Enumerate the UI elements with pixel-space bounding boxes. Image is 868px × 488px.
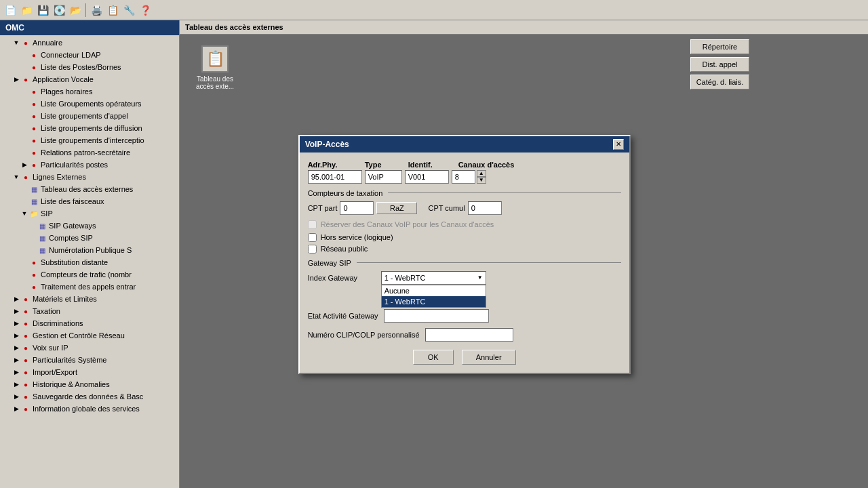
sidebar-item-voix-ip[interactable]: ▶ ● Voix sur IP: [1, 342, 178, 354]
dropdown-option-webrtc[interactable]: 1 - WebRTC: [382, 296, 486, 307]
sidebar-item-groupements-op[interactable]: ● Liste Groupements opérateurs: [1, 98, 178, 110]
sidebar-item-import-export[interactable]: ▶ ● Import/Export: [1, 366, 178, 378]
sidebar-item-tableau-acces[interactable]: ▦ Tableau des accès externes: [1, 183, 178, 195]
subst-icon: ●: [28, 257, 39, 268]
sidebar-item-liste-faisceaux[interactable]: ▦ Liste des faisceaux: [1, 195, 178, 207]
sidebar-item-materiels[interactable]: ▶ ● Matériels et Limites: [1, 293, 178, 305]
toolbar-new[interactable]: 📄: [3, 3, 18, 18]
field-canaux[interactable]: [452, 170, 475, 184]
canaux-down-button[interactable]: ▼: [477, 177, 486, 184]
sidebar-item-taxation[interactable]: ▶ ● Taxation: [1, 305, 178, 317]
hors-service-checkbox[interactable]: [308, 233, 317, 242]
compteurs-section: Compteurs de taxation CPT part RaZ CPT c…: [308, 189, 621, 215]
raz-button[interactable]: RaZ: [376, 202, 417, 214]
sidebar-item-gestion-reseau[interactable]: ▶ ● Gestion et Contrôle Réseau: [1, 329, 178, 342]
sidebar-label-tableau: Tableau des accès externes: [41, 185, 133, 193]
sidebar-item-historique[interactable]: ▶ ● Historique & Anomalies: [1, 378, 178, 390]
toolbar-help[interactable]: ❓: [138, 3, 153, 18]
expand-icon-lignes: ▼: [12, 174, 20, 180]
dropdown-option-aucune[interactable]: Aucune: [382, 285, 486, 296]
sidebar-item-groupements-interception[interactable]: ● Liste groupements d'interceptio: [1, 134, 178, 146]
reserver-label: Réserver des Canaux VoIP pour les Canaux…: [321, 220, 494, 228]
sipgw-icon: ▦: [37, 220, 47, 231]
groupappel-icon: ●: [28, 110, 39, 121]
index-gateway-dropdown[interactable]: 1 - WebRTC ▼ Aucune 1 - WebRTC: [381, 271, 486, 285]
sidebar-label-partsys: Particularités Système: [33, 356, 106, 364]
sidebar-item-info-globale[interactable]: ▶ ● Information globale des services: [1, 403, 178, 415]
dialog-close-button[interactable]: ✕: [613, 139, 624, 150]
sidebar-item-comptes-sip[interactable]: ▦ Comptes SIP: [1, 232, 178, 244]
sidebar-item-plages[interactable]: ● Plages horaires: [1, 85, 178, 98]
sidebar-item-particularites-postes[interactable]: ▶ ● Particularités postes: [1, 159, 178, 171]
gateway-section: Gateway SIP Index Gateway 1 - WebRTC ▼: [308, 259, 621, 323]
sidebar-item-groupements-diffusion[interactable]: ● Liste groupements de diffusion: [1, 122, 178, 134]
expand-icon-voix: ▶: [12, 344, 20, 351]
expand-icon-mat: ▶: [12, 296, 20, 302]
repertoire-button[interactable]: Répertoire: [690, 39, 750, 54]
sidebar-item-lignes-externes[interactable]: ▼ ● Lignes Externes: [1, 171, 178, 183]
etat-activite-input[interactable]: [384, 309, 489, 323]
sidebar-item-liste-postes[interactable]: ● Liste des Postes/Bornes: [1, 61, 178, 73]
voip-acces-dialog: VoIP-Accès ✕ Adr.Phy. Type Identif. Cana…: [298, 135, 631, 374]
toolbar-settings[interactable]: 🔧: [121, 3, 136, 18]
section-line-1: [388, 192, 620, 193]
toolbar-clipboard[interactable]: 📋: [105, 3, 120, 18]
sidebar-item-discriminations[interactable]: ▶ ● Discriminations: [1, 317, 178, 329]
toolbar-save[interactable]: 💾: [35, 3, 50, 18]
toolbar-print[interactable]: 🖨️: [89, 3, 104, 18]
faisceaux-icon: ▦: [28, 196, 39, 207]
trafic-icon: ●: [28, 269, 39, 280]
index-gateway-row: Index Gateway 1 - WebRTC ▼ Aucune 1 - We…: [308, 271, 621, 285]
dist-appel-button[interactable]: Dist. appel: [690, 57, 750, 72]
sidebar-item-sip-gateways[interactable]: ▦ SIP Gateways: [1, 220, 178, 232]
header-canaux: Canaux d'accès: [458, 161, 533, 169]
sidebar-item-patron-secretaire[interactable]: ● Relations patron-secrétaire: [1, 146, 178, 159]
reserver-checkbox[interactable]: [308, 220, 317, 229]
sidebar-item-sauvegarde[interactable]: ▶ ● Sauvegarde des données & Basc: [1, 390, 178, 403]
sidebar-item-traitement-appels[interactable]: ● Traitement des appels entrar: [1, 281, 178, 293]
field-adr-phy[interactable]: [308, 170, 362, 184]
field-type[interactable]: [365, 170, 402, 184]
cpt-part-input[interactable]: [340, 201, 374, 215]
sidebar-tree[interactable]: ▼ ● Annuaire ● Connecteur LDAP ● Liste d…: [0, 35, 179, 488]
sidebar-item-particularites-sys[interactable]: ▶ ● Particularités Système: [1, 354, 178, 366]
expand-icon-imex: ▶: [12, 369, 20, 375]
reseau-public-checkbox[interactable]: [308, 245, 317, 253]
compteurs-header: Compteurs de taxation: [308, 189, 621, 197]
sidebar-label-subst: Substitution distante: [41, 258, 108, 266]
index-gateway-display[interactable]: 1 - WebRTC ▼: [381, 271, 486, 285]
header-type: Type: [365, 161, 406, 169]
toolbar-open-folder[interactable]: 📁: [19, 3, 34, 18]
categ-liais-button[interactable]: Catég. d. liais.: [690, 75, 750, 89]
sidebar-label-groupop: Liste Groupements opérateurs: [41, 100, 142, 108]
dropdown-arrow-icon: ▼: [477, 274, 483, 281]
dialog-title: VoIP-Accès: [305, 140, 349, 149]
sidebar-item-numerotation[interactable]: ▦ Numérotation Publique S: [1, 244, 178, 256]
toolbar-save-disk[interactable]: 💽: [52, 3, 66, 18]
lignes-icon: ●: [20, 171, 31, 182]
compteurs-label: Compteurs de taxation: [308, 189, 383, 197]
sidebar-item-substitution[interactable]: ● Substitution distante: [1, 256, 178, 268]
clip-colp-input[interactable]: [425, 328, 513, 342]
hors-service-row: Hors service (logique): [308, 233, 621, 242]
canaux-up-button[interactable]: ▲: [477, 170, 486, 177]
sidebar-label-gestion: Gestion et Contrôle Réseau: [33, 331, 125, 340]
sidebar-label-groupinter: Liste groupements d'interceptio: [41, 136, 144, 144]
hors-service-label: Hors service (logique): [321, 233, 393, 241]
sidebar-item-compteurs-trafic[interactable]: ● Compteurs de trafic (nombr: [1, 268, 178, 281]
clip-colp-label: Numéro CLIP/COLP personnalisé: [308, 331, 420, 339]
ok-button[interactable]: OK: [413, 350, 454, 365]
sidebar-item-groupements-appel[interactable]: ● Liste groupements d'appel: [1, 110, 178, 122]
dialog-body: Adr.Phy. Type Identif. Canaux d'accès: [300, 152, 629, 373]
cpt-cumul-input[interactable]: [468, 201, 502, 215]
sidebar-item-application-vocale[interactable]: ▶ ● Application Vocale: [1, 73, 178, 85]
field-identif[interactable]: [405, 170, 449, 184]
sidebar: OMC ▼ ● Annuaire ● Connecteur LDAP ● Lis…: [0, 20, 180, 488]
header-identif: Identif.: [408, 161, 456, 169]
annuler-button[interactable]: Annuler: [462, 350, 516, 365]
sidebar-item-annuaire[interactable]: ▼ ● Annuaire: [1, 37, 178, 49]
dialog-titlebar: VoIP-Accès ✕: [300, 136, 629, 152]
toolbar-open[interactable]: 📂: [68, 3, 83, 18]
sidebar-item-sip[interactable]: ▼ 📁 SIP: [1, 207, 178, 220]
sidebar-item-connecteur-ldap[interactable]: ● Connecteur LDAP: [1, 49, 178, 61]
